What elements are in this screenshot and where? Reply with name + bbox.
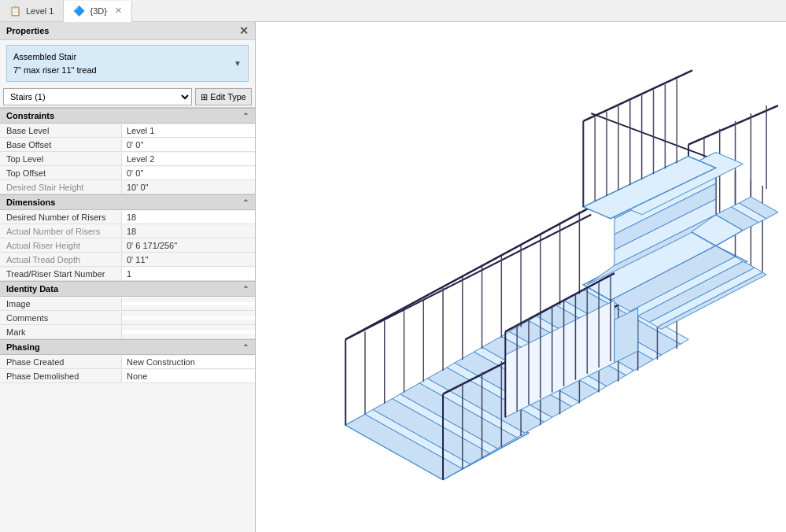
prop-label-identity_data-2: Mark: [0, 326, 122, 338]
section-arrow-identity_data: ⌃: [242, 285, 249, 294]
prop-value-constraints-1[interactable]: 0' 0": [122, 139, 255, 151]
prop-row-identity_data-0: Image: [0, 297, 255, 311]
prop-value-identity_data-1[interactable]: [122, 316, 255, 320]
tab-3d[interactable]: 🔷 {3D} ✕: [64, 1, 131, 22]
viewport-canvas: [256, 22, 786, 532]
section-label-constraints: Constraints: [6, 111, 54, 120]
tab-level1-label: Level 1: [26, 6, 54, 16]
main-area: Properties ✕ Assembled Stair 7" max rise…: [0, 22, 786, 532]
edit-type-label: Edit Type: [210, 92, 246, 102]
selector-row: Stairs (1) ⊞ Edit Type: [0, 87, 255, 108]
prop-row-constraints-3: Top Offset0' 0": [0, 166, 255, 180]
prop-label-constraints-4: Desired Stair Height: [0, 181, 122, 194]
prop-value-identity_data-2[interactable]: [122, 331, 255, 334]
prop-label-dimensions-2: Actual Riser Height: [0, 239, 122, 252]
type-name-line2: 7" max riser 11" tread: [13, 64, 97, 77]
tab-bar: 📋 Level 1 🔷 {3D} ✕: [0, 0, 786, 22]
prop-value-identity_data-0[interactable]: [122, 302, 255, 305]
prop-label-dimensions-4: Tread/Riser Start Number: [0, 268, 122, 280]
section-arrow-phasing: ⌃: [242, 343, 249, 352]
edit-type-button[interactable]: ⊞ Edit Type: [195, 88, 252, 105]
prop-value-phasing-1[interactable]: None: [122, 370, 255, 382]
prop-row-phasing-1: Phase DemolishedNone: [0, 369, 255, 383]
type-name-line1: Assembled Stair: [13, 50, 97, 64]
prop-row-dimensions-2: Actual Riser Height0' 6 171/256": [0, 238, 255, 253]
tab-level1[interactable]: 📋 Level 1: [0, 0, 64, 21]
prop-label-phasing-0: Phase Created: [0, 356, 122, 368]
tab-3d-label: {3D}: [90, 6, 106, 16]
prop-value-constraints-0[interactable]: Level 1: [122, 124, 255, 137]
section-arrow-dimensions: ⌃: [242, 198, 249, 207]
prop-row-dimensions-4: Tread/Riser Start Number1: [0, 267, 255, 281]
prop-row-constraints-2: Top LevelLevel 2: [0, 152, 255, 166]
section-arrow-constraints: ⌃: [242, 112, 249, 120]
prop-row-dimensions-3: Actual Tread Depth0' 11": [0, 253, 255, 267]
prop-label-constraints-1: Base Offset: [0, 139, 122, 151]
edit-type-icon: ⊞: [201, 92, 208, 102]
prop-label-phasing-1: Phase Demolished: [0, 370, 122, 382]
prop-label-constraints-0: Base Level: [0, 124, 122, 137]
prop-value-phasing-0[interactable]: New Construction: [122, 356, 255, 368]
viewport[interactable]: [256, 22, 786, 532]
prop-label-constraints-2: Top Level: [0, 153, 122, 165]
prop-label-dimensions-0: Desired Number of Risers: [0, 211, 122, 224]
prop-label-dimensions-3: Actual Tread Depth: [0, 253, 122, 266]
section-header-identity_data[interactable]: Identity Data⌃: [0, 281, 255, 297]
section-label-identity_data: Identity Data: [6, 284, 58, 294]
prop-label-dimensions-1: Actual Number of Risers: [0, 225, 122, 238]
prop-value-dimensions-4[interactable]: 1: [122, 268, 255, 280]
level1-icon: 📋: [9, 6, 21, 17]
type-preview-text: Assembled Stair 7" max riser 11" tread: [13, 50, 97, 76]
properties-header: Properties ✕: [0, 22, 255, 40]
section-header-constraints[interactable]: Constraints⌃: [0, 108, 255, 124]
prop-row-dimensions-0: Desired Number of Risers18: [0, 210, 255, 224]
prop-row-identity_data-2: Mark: [0, 325, 255, 339]
section-label-dimensions: Dimensions: [6, 198, 55, 207]
prop-value-dimensions-2: 0' 6 171/256": [122, 239, 255, 252]
prop-row-identity_data-1: Comments: [0, 311, 255, 325]
element-selector[interactable]: Stairs (1): [3, 88, 192, 105]
section-header-phasing[interactable]: Phasing⌃: [0, 339, 255, 355]
prop-row-phasing-0: Phase CreatedNew Construction: [0, 355, 255, 369]
prop-value-constraints-3[interactable]: 0' 0": [122, 167, 255, 179]
prop-label-identity_data-0: Image: [0, 297, 122, 310]
prop-value-dimensions-3: 0' 11": [122, 253, 255, 266]
prop-value-constraints-2[interactable]: Level 2: [122, 153, 255, 165]
properties-table: Constraints⌃Base LevelLevel 1Base Offset…: [0, 108, 255, 532]
properties-panel: Properties ✕ Assembled Stair 7" max rise…: [0, 22, 256, 532]
tab-3d-close[interactable]: ✕: [115, 6, 122, 16]
prop-value-dimensions-0[interactable]: 18: [122, 211, 255, 224]
section-label-phasing: Phasing: [6, 342, 40, 352]
stair-visualization: [279, 38, 778, 516]
prop-label-identity_data-1: Comments: [0, 312, 122, 324]
type-preview: Assembled Stair 7" max riser 11" tread ▼: [6, 45, 249, 82]
3d-icon: 🔷: [73, 6, 85, 17]
properties-title: Properties: [6, 26, 49, 35]
prop-row-constraints-1: Base Offset0' 0": [0, 138, 255, 152]
prop-label-constraints-3: Top Offset: [0, 167, 122, 179]
type-dropdown-arrow-icon[interactable]: ▼: [234, 59, 242, 68]
prop-value-constraints-4: 10' 0": [122, 181, 255, 194]
properties-close-button[interactable]: ✕: [239, 25, 249, 36]
prop-row-dimensions-1: Actual Number of Risers18: [0, 224, 255, 238]
prop-row-constraints-4: Desired Stair Height10' 0": [0, 180, 255, 194]
prop-value-dimensions-1: 18: [122, 225, 255, 238]
section-header-dimensions[interactable]: Dimensions⌃: [0, 194, 255, 210]
prop-row-constraints-0: Base LevelLevel 1: [0, 124, 255, 138]
